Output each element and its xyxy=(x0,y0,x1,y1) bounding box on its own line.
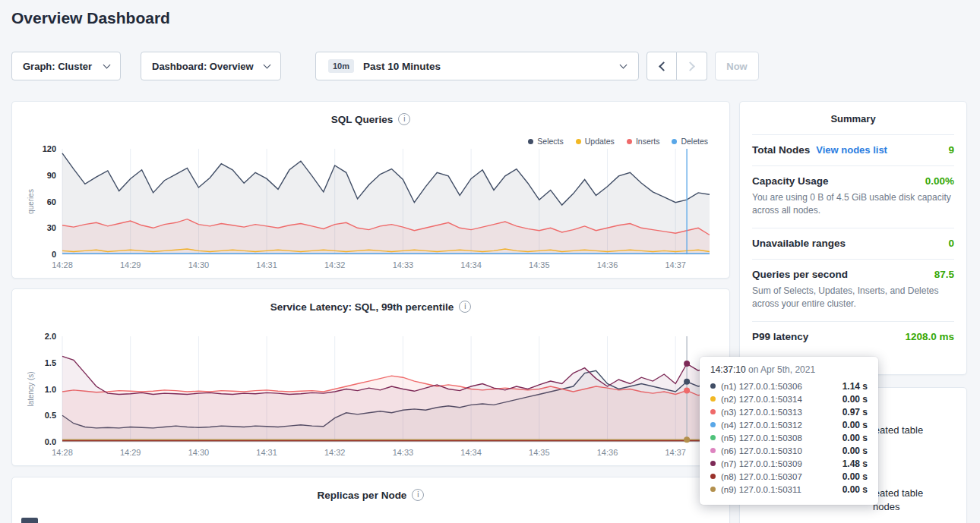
tooltip-node-label: (n4) 127.0.0.1:50312 xyxy=(721,421,802,430)
p99-latency-value: 1208.0 ms xyxy=(899,331,954,342)
svg-text:queries: queries xyxy=(27,189,35,214)
summary-row-qps: Queries per second 87.5 Sum of Selects, … xyxy=(752,260,954,322)
page-title: Overview Dashboard xyxy=(11,9,170,27)
chart-title: Service Latency: SQL, 99th percentile xyxy=(270,301,454,313)
chevron-down-icon xyxy=(620,61,628,69)
sql-queries-panel: SQL Queries i SelectsUpdatesInsertsDelet… xyxy=(11,101,730,279)
svg-text:14:30: 14:30 xyxy=(188,260,210,269)
chart-header: Service Latency: SQL, 99th percentile i xyxy=(12,289,729,313)
svg-text:1.5: 1.5 xyxy=(45,358,56,367)
svg-text:120: 120 xyxy=(43,144,56,153)
svg-text:14:32: 14:32 xyxy=(324,260,346,269)
capacity-description: You are using 0 B of 4.5 GiB usable disk… xyxy=(752,191,954,218)
tooltip-row: (n8) 127.0.0.1:503070.00 s xyxy=(710,470,868,483)
info-icon[interactable]: i xyxy=(459,301,471,313)
tooltip-row: (n2) 127.0.0.1:503140.00 s xyxy=(710,392,868,405)
summary-row-capacity: Capacity Usage 0.00% You are using 0 B o… xyxy=(752,166,954,228)
latency-chart[interactable]: 14:2814:2914:3014:3114:3214:3314:3414:35… xyxy=(23,329,720,462)
series-dot-icon xyxy=(710,422,716,427)
now-button[interactable]: Now xyxy=(715,52,759,80)
time-range-badge: 10m xyxy=(328,59,354,73)
svg-text:14:35: 14:35 xyxy=(529,448,550,457)
total-nodes-label: Total Nodes xyxy=(752,144,810,156)
svg-text:14:35: 14:35 xyxy=(529,260,550,269)
tooltip-row: (n7) 127.0.0.1:503091.48 s xyxy=(710,457,868,470)
series-dot-icon xyxy=(710,409,716,414)
svg-text:14:29: 14:29 xyxy=(120,448,141,457)
replicas-panel: Replicas per Node i xyxy=(11,477,730,523)
tooltip-node-value: 1.48 s xyxy=(835,458,868,469)
time-range-picker[interactable]: 10m Past 10 Minutes xyxy=(315,52,639,80)
info-icon[interactable]: i xyxy=(412,489,424,501)
tooltip-node-label: (n7) 127.0.0.1:50309 xyxy=(721,459,802,468)
dashboard-select[interactable]: Dashboard: Overview xyxy=(141,52,281,80)
unavailable-ranges-value: 0 xyxy=(942,238,954,249)
tooltip-date: on Apr 5th, 2021 xyxy=(748,364,815,375)
tooltip-node-label: (n2) 127.0.0.1:50314 xyxy=(721,395,802,404)
tooltip-node-value: 0.00 s xyxy=(835,471,868,482)
tooltip-node-label: (n6) 127.0.0.1:50310 xyxy=(721,446,802,455)
tooltip-row: (n5) 127.0.0.1:503080.00 s xyxy=(710,431,868,444)
svg-text:14:37: 14:37 xyxy=(665,448,686,457)
summary-row-unavailable: Unavailable ranges 0 xyxy=(752,228,954,260)
series-dot-icon xyxy=(710,435,716,440)
chevron-down-icon xyxy=(264,61,271,69)
svg-text:14:29: 14:29 xyxy=(120,260,141,269)
svg-text:14:28: 14:28 xyxy=(52,448,73,457)
tooltip-row: (n1) 127.0.0.1:503061.14 s xyxy=(710,380,868,392)
svg-text:30: 30 xyxy=(47,223,56,232)
view-nodes-link[interactable]: View nodes list xyxy=(816,144,887,156)
chart-header: SQL Queries i xyxy=(12,102,729,125)
sql-queries-chart[interactable]: 14:2814:2914:3014:3114:3214:3314:3414:35… xyxy=(23,141,720,274)
chevron-right-icon xyxy=(685,61,695,71)
capacity-label: Capacity Usage xyxy=(752,175,829,187)
svg-text:90: 90 xyxy=(47,171,56,180)
qps-label: Queries per second xyxy=(752,269,848,280)
svg-text:14:34: 14:34 xyxy=(460,260,482,269)
tooltip-node-label: (n3) 127.0.0.1:50313 xyxy=(721,408,802,417)
chart-title: Replicas per Node xyxy=(318,490,407,501)
svg-text:latency (s): latency (s) xyxy=(27,371,35,406)
tooltip-rows: (n1) 127.0.0.1:503061.14 s(n2) 127.0.0.1… xyxy=(710,380,868,496)
tooltip-node-value: 0.00 s xyxy=(835,446,868,456)
time-range-label: Past 10 Minutes xyxy=(363,61,441,72)
svg-text:14:31: 14:31 xyxy=(256,448,277,457)
svg-text:0: 0 xyxy=(52,250,56,259)
tooltip-timestamp: 14:37:10 on Apr 5th, 2021 xyxy=(710,364,868,375)
series-dot-icon xyxy=(710,474,716,479)
svg-text:14:33: 14:33 xyxy=(393,260,414,269)
svg-text:14:28: 14:28 xyxy=(52,260,73,269)
capacity-value: 0.00% xyxy=(919,175,954,187)
tooltip-node-label: (n8) 127.0.0.1:50307 xyxy=(721,472,802,481)
total-nodes-value: 9 xyxy=(942,144,954,156)
service-latency-panel: Service Latency: SQL, 99th percentile i … xyxy=(11,288,730,466)
series-dot-icon xyxy=(710,461,716,466)
svg-text:60: 60 xyxy=(47,197,56,206)
tooltip-row: (n3) 127.0.0.1:503130.97 s xyxy=(710,405,868,418)
unavailable-ranges-label: Unavailable ranges xyxy=(752,238,846,249)
tooltip-node-label: (n5) 127.0.0.1:50308 xyxy=(721,433,802,443)
p99-latency-label: P99 latency xyxy=(752,331,808,342)
qps-description: Sum of Selects, Updates, Inserts, and De… xyxy=(752,285,954,311)
svg-text:2.0: 2.0 xyxy=(45,332,56,341)
summary-row-total-nodes: Total Nodes View nodes list 9 xyxy=(752,135,954,166)
svg-text:1.0: 1.0 xyxy=(45,385,56,394)
info-icon[interactable]: i xyxy=(398,113,410,125)
graph-select[interactable]: Graph: Cluster xyxy=(11,52,121,80)
summary-row-p99: P99 latency 1208.0 ms xyxy=(752,322,954,352)
time-next-button[interactable] xyxy=(677,52,707,80)
qps-value: 87.5 xyxy=(928,269,954,280)
series-dot-icon xyxy=(710,487,716,492)
chart-header: Replicas per Node i xyxy=(12,477,729,501)
svg-text:14:36: 14:36 xyxy=(597,260,618,269)
chevron-down-icon xyxy=(103,61,111,69)
svg-text:14:31: 14:31 xyxy=(256,260,277,269)
dashboard-select-label: Dashboard: Overview xyxy=(152,61,254,72)
time-nav-group xyxy=(646,52,707,80)
series-dot-icon xyxy=(710,448,716,453)
tooltip-row: (n4) 127.0.0.1:503120.00 s xyxy=(710,418,868,431)
series-dot-icon xyxy=(710,396,716,402)
time-prev-button[interactable] xyxy=(646,52,677,80)
chart-title: SQL Queries xyxy=(331,114,394,125)
chevron-left-icon xyxy=(659,61,669,71)
